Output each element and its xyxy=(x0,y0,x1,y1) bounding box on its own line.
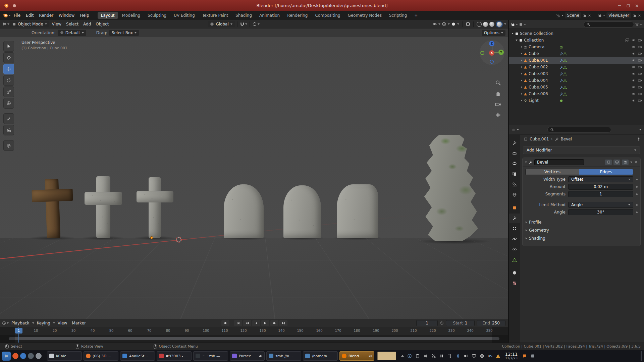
outliner-row-cube006[interactable]: Cube.006 xyxy=(509,90,644,97)
menu-tl-view[interactable]: View xyxy=(56,320,69,326)
limit-method-dropdown[interactable]: Angle xyxy=(568,202,633,208)
ortho-grid-icon[interactable] xyxy=(495,112,501,118)
breadcrumb-object[interactable]: Cube.001 xyxy=(530,137,549,141)
scene-unlink-icon[interactable] xyxy=(588,14,591,17)
outliner-row-scene-collection[interactable]: Scene Collection xyxy=(509,30,644,37)
affect-vertices-button[interactable]: Vertices xyxy=(526,169,579,175)
next-keyframe-button[interactable] xyxy=(270,320,278,326)
object-name[interactable]: Cube.005 xyxy=(529,85,559,89)
shading-caret-icon[interactable] xyxy=(504,23,506,25)
outliner-editor-type-icon[interactable] xyxy=(511,22,515,26)
workspace-tab-animation[interactable]: Animation xyxy=(256,12,283,19)
menu-select[interactable]: Select xyxy=(64,21,80,27)
gravestone-stone-cross-1-arm[interactable] xyxy=(85,192,122,205)
workspace-tab-compositing[interactable]: Compositing xyxy=(312,12,343,19)
properties-tab-object[interactable] xyxy=(509,203,520,213)
menu-edit[interactable]: Edit xyxy=(23,12,36,19)
gizmos-caret-icon[interactable] xyxy=(448,23,450,25)
subpanel-profile[interactable]: Profile xyxy=(523,218,640,226)
render-camera-icon[interactable] xyxy=(638,92,642,96)
menu-keying[interactable]: Keying xyxy=(35,320,52,326)
updates-tray-icon[interactable] xyxy=(447,354,452,358)
object-visibility-icon[interactable] xyxy=(432,22,437,26)
object-name[interactable]: Cube.004 xyxy=(529,78,559,83)
play-button[interactable] xyxy=(261,320,269,326)
bluetooth-tray-icon[interactable] xyxy=(455,354,460,358)
gravestone-wooden-cross-post[interactable] xyxy=(45,179,60,238)
properties-tab-constraints[interactable] xyxy=(509,245,520,254)
object-name[interactable]: Cube.002 xyxy=(529,65,559,69)
properties-tab-texture[interactable] xyxy=(509,279,520,288)
object-name[interactable]: Camera xyxy=(529,45,559,49)
workspace-tab-geometry-nodes[interactable]: Geometry Nodes xyxy=(344,12,385,19)
menu-help[interactable]: Help xyxy=(77,12,91,19)
mode-dropdown[interactable]: Object Mode xyxy=(10,21,49,27)
keyboard-layout-indicator[interactable]: us xyxy=(488,354,492,358)
add-workspace-button[interactable]: + xyxy=(411,12,421,19)
move-tool[interactable] xyxy=(3,64,14,74)
clipboard-tray-icon[interactable] xyxy=(415,354,420,358)
mesh-data-icon[interactable] xyxy=(563,92,567,96)
filter-icon[interactable] xyxy=(635,22,639,26)
pinned-app-icon[interactable] xyxy=(12,353,18,359)
expand-icon[interactable] xyxy=(521,53,522,55)
gravestone-tombstone-3[interactable] xyxy=(337,184,378,238)
display-tray-icon[interactable] xyxy=(472,354,476,358)
viewport-3d[interactable]: User Perspective (1) Collection | Cube.0… xyxy=(0,37,508,319)
pinned-app-icon[interactable] xyxy=(36,353,42,359)
properties-tab-modifiers[interactable] xyxy=(509,214,520,223)
mesh-data-icon[interactable] xyxy=(563,52,567,56)
shading-rendered-active[interactable] xyxy=(496,21,503,27)
scene-selector[interactable]: Scene xyxy=(565,12,581,18)
viewlayer-new-icon[interactable] xyxy=(633,14,636,17)
hide-eye-icon[interactable] xyxy=(632,78,636,82)
task-blender-active[interactable]: Blend... xyxy=(339,351,374,361)
xray-toggle-icon[interactable] xyxy=(466,22,470,26)
jump-to-end-button[interactable] xyxy=(279,320,287,326)
cursor-tool[interactable] xyxy=(3,52,14,63)
chat-tray-icon[interactable] xyxy=(522,354,527,358)
hide-eye-icon[interactable] xyxy=(632,58,636,62)
pinned-app-icon[interactable] xyxy=(28,353,34,359)
zoom-icon[interactable] xyxy=(495,80,501,86)
segments-field[interactable]: 1 xyxy=(568,191,633,197)
drag-setting-dropdown[interactable]: Select Box xyxy=(109,30,139,36)
animate-dot-icon[interactable] xyxy=(636,186,638,188)
delete-modifier-icon[interactable] xyxy=(634,160,638,164)
hide-eye-icon[interactable] xyxy=(632,85,636,89)
outliner-row-cube[interactable]: Cube xyxy=(509,50,644,57)
gravestone-wooden-cross-arm[interactable] xyxy=(32,189,73,202)
cursor-3d[interactable] xyxy=(176,237,182,243)
object-name[interactable]: Cube.006 xyxy=(529,92,559,96)
scene-browse-caret-icon[interactable] xyxy=(561,15,564,16)
outliner-editor-caret-icon[interactable] xyxy=(516,24,518,25)
workspace-tab-layout[interactable]: Layout xyxy=(98,12,118,19)
display-editmode-toggle[interactable] xyxy=(605,160,612,165)
play-reverse-button[interactable] xyxy=(252,320,260,326)
media-pause-tray-icon[interactable] xyxy=(439,354,444,358)
outliner-search-input[interactable] xyxy=(584,21,634,27)
shading-wireframe-icon[interactable] xyxy=(477,22,482,27)
task-kcalc[interactable]: KCalc xyxy=(47,351,82,361)
properties-tab-material[interactable] xyxy=(509,268,520,278)
modifier-wrench-icon[interactable] xyxy=(559,52,563,56)
animate-dot-icon[interactable] xyxy=(636,212,638,213)
mesh-data-icon[interactable] xyxy=(563,65,567,69)
frame-end-field[interactable]: End250 xyxy=(477,320,505,326)
annotate-tool[interactable] xyxy=(3,113,14,124)
properties-tab-world[interactable] xyxy=(509,190,520,199)
keying-clock-icon[interactable] xyxy=(440,321,444,325)
virtual-desktop-tray-icon[interactable] xyxy=(423,354,428,358)
properties-tab-render[interactable] xyxy=(509,148,520,158)
overlays-caret-icon[interactable] xyxy=(457,23,459,25)
animate-dot-icon[interactable] xyxy=(636,204,638,206)
viewlayer-browse-caret-icon[interactable] xyxy=(603,15,605,16)
menu-playback[interactable]: Playback xyxy=(9,320,32,326)
blender-menu-icon[interactable] xyxy=(3,13,8,18)
light-data-icon[interactable] xyxy=(559,99,563,103)
expand-icon[interactable] xyxy=(521,59,522,61)
expand-icon[interactable] xyxy=(512,33,514,34)
workspace-tab-texture-paint[interactable]: Texture Paint xyxy=(199,12,231,19)
task-smb-folder[interactable]: smb://a... xyxy=(266,351,301,361)
screenshot-tray-icon[interactable] xyxy=(431,354,436,358)
